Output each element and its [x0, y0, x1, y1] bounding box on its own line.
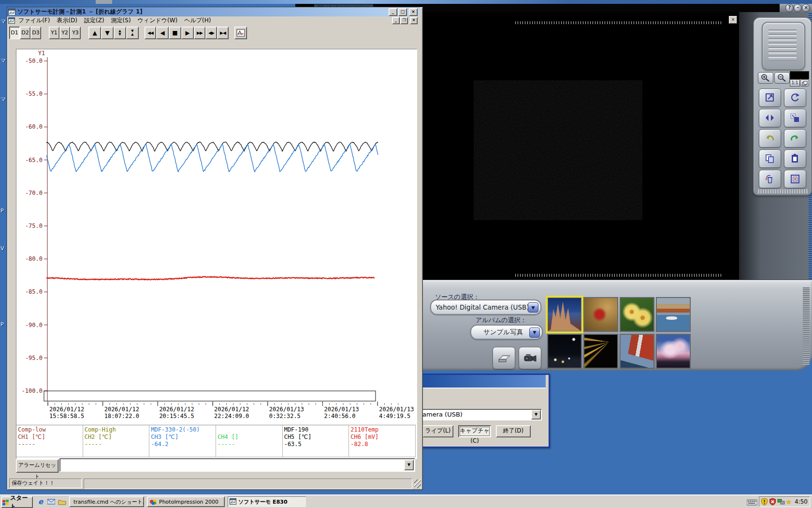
close-button[interactable]: × [802, 4, 810, 12]
delete-icon [765, 174, 775, 184]
thumbnail-harbor-village[interactable] [656, 298, 690, 331]
copy-button[interactable] [759, 149, 781, 168]
dialog-button[interactable]: キャプチャ(C) [458, 425, 491, 437]
mail-icon[interactable] [46, 497, 56, 506]
network-icon[interactable] [777, 498, 785, 505]
menu-item[interactable]: 測定(S) [108, 16, 134, 25]
undo-button[interactable] [759, 129, 781, 148]
zoom-out-button[interactable] [774, 72, 790, 84]
taskbar: スタート e transfile.cmd へのショート...PhotoImpre… [0, 494, 812, 508]
photoimpression-titlebar-right: ? – × [780, 4, 812, 12]
mdi-minimize-button[interactable]: _ [392, 17, 400, 24]
clock[interactable]: 4:50 [795, 498, 808, 505]
toolbar-compress-vertical-icon[interactable]: ▼▲ [126, 27, 139, 39]
close-button[interactable]: × [409, 8, 418, 16]
toolbar-y1-button[interactable]: Y1 [49, 27, 59, 39]
rotate-button[interactable] [784, 89, 806, 107]
folder-icon[interactable] [57, 497, 67, 506]
mdi-restore-button[interactable]: ❐ [400, 17, 408, 24]
titlebar[interactable]: ソフトサーモ計測－計測1 － [折れ線グラフ 1] _ □ × [7, 7, 420, 16]
task-label: PhotoImpression 2000 [159, 499, 218, 505]
toolbar-fast-forward-icon[interactable]: ▶▶ [194, 27, 205, 39]
menu-item[interactable]: 表示(D) [53, 16, 81, 25]
svg-text:22:24:09.0: 22:24:09.0 [214, 413, 249, 419]
tool-panel: 1:1 [753, 17, 812, 195]
chevron-down-icon[interactable]: ▼ [529, 328, 540, 338]
dialog-button[interactable]: 終了(D) [496, 425, 531, 437]
canvas-close-icon[interactable]: × [729, 16, 737, 24]
toolbar-d2-button[interactable]: D2 [20, 27, 30, 39]
thumbnail-sunset-clouds[interactable] [656, 334, 690, 368]
alert-shield-icon[interactable] [761, 498, 768, 506]
channel-value: ----- [18, 441, 81, 448]
toolbar-y2-button[interactable]: Y2 [59, 27, 70, 39]
toolbar-step-back-icon[interactable]: ◀ [156, 27, 169, 39]
thumbnail-red-ship-lighthouse[interactable] [620, 334, 654, 368]
thumbnail-night-city[interactable] [548, 334, 581, 368]
start-button[interactable]: スタート [1, 496, 33, 508]
camera-select-dropdown[interactable]: amera (USB) ▼ [421, 409, 542, 420]
help-button[interactable]: ? [785, 4, 794, 12]
chevron-down-icon[interactable]: ▼ [404, 460, 414, 470]
toolbar-compress-horizontal-icon[interactable]: ▶◀ [217, 27, 229, 39]
toolbar-expand-horizontal-icon[interactable]: ◀▶ [205, 27, 217, 39]
video-camera-source-button[interactable] [519, 347, 541, 369]
menu-item[interactable]: ファイル(F) [15, 16, 53, 25]
resize-grip[interactable] [414, 479, 421, 488]
capture-dialog-titlebar[interactable] [416, 375, 546, 388]
channel-name: MDF-190 [284, 426, 348, 433]
dialog-button[interactable]: ライブ(L) [422, 425, 453, 437]
scanner-source-button[interactable] [493, 347, 515, 369]
source-select-dropdown[interactable]: Yahoo! Digital Camera (USB) ▼ [430, 299, 541, 315]
toolbar-expand-vertical-icon[interactable]: ▲▼ [114, 27, 126, 39]
remove-button[interactable] [784, 170, 806, 188]
panel-grip[interactable] [762, 22, 805, 70]
chevron-down-icon[interactable]: ▼ [531, 410, 541, 419]
document-icon[interactable] [8, 17, 15, 24]
album-select-dropdown[interactable]: サンプル写真 ▼ [470, 325, 543, 340]
toolbar-d3-button[interactable]: D3 [30, 27, 41, 39]
toolbar-rewind-icon[interactable]: ◀◀ [145, 27, 156, 39]
toolbar-d1-button[interactable]: D1 [9, 27, 20, 39]
resize-button[interactable] [759, 89, 781, 107]
minimize-button[interactable]: – [794, 4, 802, 12]
alarm-reset-button[interactable]: アラームリセット [16, 459, 58, 473]
thumbnail-gold-streaks[interactable] [584, 334, 618, 368]
toolbar-step-forward-icon[interactable]: ▶ [181, 27, 194, 39]
mdi-close-button[interactable]: × [410, 17, 418, 24]
toolbar-scroll-down-icon[interactable]: ▼ [101, 27, 114, 39]
task-button[interactable]: ソフトサーモ E830 [228, 496, 306, 507]
redo-button[interactable] [784, 129, 806, 148]
zoom-in-button[interactable] [758, 72, 773, 84]
toolbar-scroll-up-icon[interactable]: ▲ [88, 27, 101, 39]
error-shield-icon[interactable] [769, 498, 776, 506]
canvas-top-ruler [515, 21, 722, 24]
ie-icon[interactable]: e [36, 497, 45, 506]
crop-button[interactable] [784, 109, 806, 127]
paste-button[interactable] [784, 149, 806, 168]
mirror-button[interactable] [759, 109, 781, 127]
thumbnail-yellow-flowers[interactable] [620, 298, 654, 331]
toolbar-graph-settings-button[interactable] [234, 27, 247, 39]
cascade-button[interactable] [800, 79, 809, 87]
thumbnail-rock-spires[interactable] [548, 298, 581, 331]
star-icon[interactable]: ★ [786, 498, 792, 506]
menu-item[interactable]: 設定(Z) [81, 16, 108, 25]
menu-item[interactable]: ウィンドウ(W) [134, 16, 181, 25]
maximize-button[interactable]: □ [398, 8, 407, 16]
toolbar-y3-button[interactable]: Y3 [70, 27, 81, 39]
task-button[interactable]: PhotoImpression 2000 [147, 496, 225, 507]
softthermo-window: ソフトサーモ計測－計測1 － [折れ線グラフ 1] _ □ × ファイル(F)表… [7, 7, 423, 490]
keyboard-icon[interactable] [747, 498, 757, 507]
toolbar-stop-icon[interactable]: ■ [169, 27, 181, 39]
svg-text:2026/01/12: 2026/01/12 [104, 406, 139, 413]
menu-item[interactable]: ヘルプ(H) [181, 16, 214, 25]
actual-size-button[interactable]: 1:1 [790, 79, 800, 87]
delete-button[interactable] [759, 170, 781, 188]
chevron-down-icon[interactable]: ▼ [528, 302, 538, 313]
minimize-button[interactable]: _ [389, 8, 397, 16]
canvas-bottom-ruler [515, 274, 722, 277]
alarm-history-dropdown[interactable]: ▼ [59, 458, 415, 472]
thumbnail-cardinal-bird[interactable] [584, 298, 618, 331]
task-button[interactable]: transfile.cmd へのショート... [69, 496, 144, 507]
